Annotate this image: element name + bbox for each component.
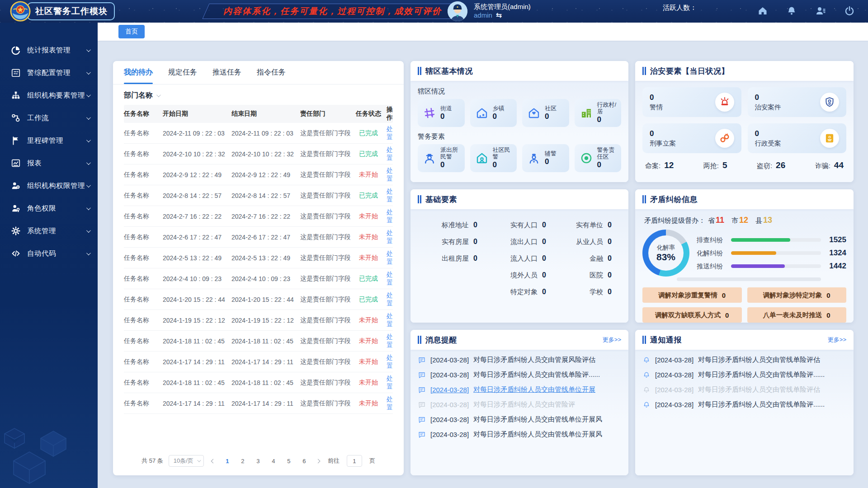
handle-link[interactable]: 处置 (387, 271, 393, 286)
handle-link[interactable]: 处置 (387, 208, 393, 224)
handle-link[interactable]: 处置 (387, 312, 393, 328)
power-icon[interactable] (844, 5, 855, 17)
chevron-down-icon[interactable] (156, 93, 161, 97)
item-text: 对每日涉矛盾纠纷人员交由管线单险评...... (473, 371, 600, 379)
cell-task-name: 任务名称 (124, 171, 163, 179)
username[interactable]: admin (474, 11, 492, 20)
sidebar-item-org-permission[interactable]: 组织机构权限管理 (0, 174, 98, 197)
page-number-3[interactable]: 3 (254, 458, 263, 465)
page-numbers: 123456 (223, 458, 309, 465)
basic-row: 流入人口0 (483, 254, 552, 271)
list-item[interactable]: [2024-03-28]对每日涉矛盾纠纷人员交由管线单位开展风 (418, 427, 621, 442)
config-list-icon (11, 68, 21, 78)
sidebar-item-report[interactable]: 报表 (0, 152, 98, 174)
basic-value: 0 (473, 221, 483, 229)
sidebar-item-workflow[interactable]: 工作流 (0, 107, 98, 129)
dispute-button[interactable]: 调解双方缺联系人方式0 (642, 307, 742, 323)
handle-link[interactable]: 处置 (387, 354, 393, 369)
chevron-down-icon (86, 70, 91, 75)
page-number-5[interactable]: 5 (284, 458, 293, 465)
basic-label: 实有单位 (576, 221, 603, 230)
home-page-tab[interactable]: 首页 (118, 25, 145, 38)
next-page-button[interactable] (314, 457, 322, 465)
handle-link[interactable]: 处置 (387, 395, 393, 411)
tile-value: 0 (650, 129, 676, 138)
status-badge: 未开始 (355, 233, 382, 241)
handle-link[interactable]: 处置 (387, 333, 393, 348)
page-number-4[interactable]: 4 (269, 458, 278, 465)
list-item[interactable]: [2024-03-28]对每日涉矛盾纠纷人员交由管险评 (418, 397, 621, 412)
sidebar-item-org-tree[interactable]: 组织机构要素管理 (0, 84, 98, 107)
table-row: 任务名称2024-1-18 11 : 02 : 452024-1-18 11 :… (124, 372, 393, 393)
sidebar-item-flag[interactable]: 里程碑管理 (0, 129, 98, 152)
sidebar-item-label: 工作流 (27, 113, 86, 123)
list-item[interactable]: [2024-03-28]对每日涉矛盾纠纷人员交由管线单险评...... (418, 367, 621, 382)
basic-value: 0 (542, 254, 552, 263)
sidebar-item-pie-chart[interactable]: 统计报表管理 (0, 39, 98, 61)
donut-value: 83% (656, 252, 675, 263)
donut-label: 化解率 (657, 244, 675, 252)
auxiliary-police-icon (527, 151, 541, 165)
list-item[interactable]: [2024-03-28]对每日涉矛盾纠纷人员交由管线单险评...... (642, 367, 846, 382)
tab-regulated-tasks[interactable]: 规定任务 (168, 61, 197, 84)
goto-page-input[interactable] (347, 455, 362, 467)
sidebar-item-role-permission[interactable]: 角色权限 (0, 197, 98, 220)
user-avatar[interactable] (448, 1, 467, 21)
cell-action: 处置 (382, 125, 393, 141)
list-item[interactable]: [2024-03-28]对每日涉矛盾纠纷人员交由管线单险评...... (642, 397, 846, 412)
bell-icon[interactable] (786, 5, 797, 17)
bar-track (731, 238, 821, 242)
cell-task-name: 任务名称 (124, 399, 163, 408)
stat-label: 盗窃: (757, 162, 772, 170)
users-icon[interactable] (815, 5, 826, 17)
basic-value: 0 (473, 254, 483, 263)
notice-more-link[interactable]: 更多>> (828, 336, 846, 344)
sidebar-item-code[interactable]: 自动代码 (0, 242, 98, 265)
handle-link[interactable]: 处置 (387, 250, 393, 265)
bar-track-empty (677, 277, 821, 281)
handle-link[interactable]: 处置 (387, 125, 393, 141)
list-item[interactable]: [2024-03-28]对每日涉矛盾纠纷人员交由管线单位开展风 (418, 412, 621, 427)
page-number-1[interactable]: 1 (223, 458, 232, 465)
cell-task-name: 任务名称 (124, 296, 163, 304)
message-more-link[interactable]: 更多>> (603, 336, 621, 344)
department-filter-label[interactable]: 部门名称 (124, 91, 153, 100)
cell-end-date: 2024-1-20 15 : 22 : 44 (231, 296, 300, 303)
home-icon[interactable] (757, 5, 769, 17)
chevron-down-icon (86, 251, 91, 255)
tile-value: 0 (440, 161, 461, 169)
sidebar-item-config-list[interactable]: 警综配置管理 (0, 61, 98, 84)
tile-value: 0 (545, 158, 557, 166)
tab-pushed-tasks[interactable]: 推送任务 (212, 61, 241, 84)
tab-command-tasks[interactable]: 指令任务 (257, 61, 286, 84)
cell-dept: 这是责任部门字段 (300, 254, 355, 262)
pagination: 共 57 条 10条/页 123456 前往 页 (124, 446, 393, 475)
handle-link[interactable]: 处置 (387, 188, 393, 203)
page-number-6[interactable]: 6 (300, 458, 309, 465)
dispute-bar-row: 推送纠纷1442 (697, 262, 846, 271)
list-item[interactable]: [2024-03-28]对每日涉矛盾纠纷人员交由管线单险评估 (642, 352, 846, 367)
dispute-button[interactable]: 调解对象涉重复警情0 (642, 287, 742, 303)
list-item[interactable]: [2024-03-28]对每日涉矛盾纠纷人员交由管线单位开展 (418, 382, 621, 397)
tab-my-todo[interactable]: 我的待办 (124, 61, 153, 84)
notice-panel: 通知通报 更多>> [2024-03-28]对每日涉矛盾纠纷人员交由管线单险评估… (635, 330, 854, 475)
item-text: 对每日涉矛盾纠纷人员交由管线单位开展风 (473, 415, 602, 424)
handle-link[interactable]: 处置 (387, 146, 393, 161)
cell-start-date: 2024-2-8 14 : 22 : 57 (163, 192, 231, 199)
handle-link[interactable]: 处置 (387, 229, 393, 244)
table-row: 任务名称2024-2-8 14 : 22 : 572024-2-8 14 : 2… (124, 185, 393, 206)
sidebar-item-gear[interactable]: 系统管理 (0, 220, 98, 242)
dispute-button[interactable]: 八单一表未及时推送0 (747, 307, 847, 323)
page-size-select[interactable]: 10条/页 (169, 455, 204, 467)
handle-link[interactable]: 处置 (387, 291, 393, 307)
list-item[interactable]: [2024-03-28]对每日涉矛盾纠纷人员交由管展风险评估 (418, 352, 621, 367)
handle-link[interactable]: 处置 (387, 167, 393, 182)
col-status: 任务状态 (355, 110, 382, 118)
list-item[interactable]: [2024-03-28]对每日涉矛盾纠纷人员交由管线单险评估 (642, 382, 846, 397)
switch-user-icon[interactable]: ⇆ (496, 11, 502, 20)
handle-link[interactable]: 处置 (387, 375, 393, 390)
title-marker (642, 195, 646, 203)
page-number-2[interactable]: 2 (238, 458, 247, 465)
dispute-button[interactable]: 调解对象涉特定对象0 (747, 287, 847, 303)
prev-page-button[interactable] (209, 457, 217, 465)
